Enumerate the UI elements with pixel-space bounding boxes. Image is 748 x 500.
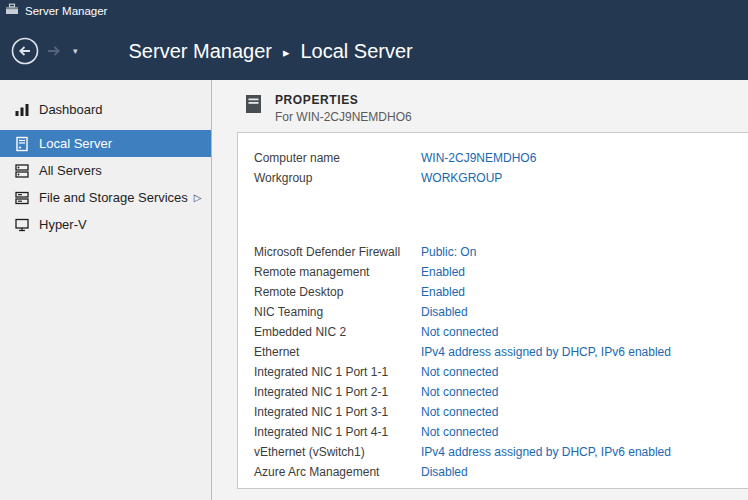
properties-rows-group1: Computer nameWIN-2CJ9NEMDHO6WorkgroupWOR…	[254, 148, 748, 188]
sidebar-item-label: Dashboard	[39, 102, 103, 117]
properties-rows-group2: Microsoft Defender FirewallPublic: OnRem…	[254, 242, 748, 482]
sidebar-item-local-server[interactable]: Local Server	[0, 130, 211, 157]
property-value-link[interactable]: Public: On	[421, 245, 476, 259]
properties-title: PROPERTIES	[275, 93, 412, 107]
property-label: Embedded NIC 2	[254, 325, 421, 339]
body-area: DashboardLocal ServerAll ServersFile and…	[0, 80, 748, 500]
properties-subtitle: For WIN-2CJ9NEMDHO6	[275, 110, 412, 124]
sidebar-item-dashboard[interactable]: Dashboard	[0, 96, 211, 123]
sidebar-item-hyper-v[interactable]: Hyper-V	[0, 211, 211, 238]
expand-arrow-icon[interactable]: ▷	[194, 192, 202, 203]
server-manager-app-icon	[5, 2, 19, 20]
property-label: Integrated NIC 1 Port 3-1	[254, 405, 421, 419]
sidebar-item-file-and-storage-services[interactable]: File and Storage Services▷	[0, 184, 211, 211]
property-row: Microsoft Defender FirewallPublic: On	[254, 242, 748, 262]
breadcrumb-separator: ▸	[283, 45, 290, 60]
property-row: Computer nameWIN-2CJ9NEMDHO6	[254, 148, 748, 168]
property-value-link[interactable]: Not connected	[421, 385, 498, 399]
property-row: Integrated NIC 1 Port 4-1Not connected	[254, 422, 748, 442]
property-label: Integrated NIC 1 Port 1-1	[254, 365, 421, 379]
properties-header: PROPERTIES For WIN-2CJ9NEMDHO6	[212, 80, 748, 124]
property-value-link[interactable]: Not connected	[421, 405, 498, 419]
property-row: Integrated NIC 1 Port 3-1Not connected	[254, 402, 748, 422]
property-row: WorkgroupWORKGROUP	[254, 168, 748, 188]
breadcrumb-root[interactable]: Server Manager	[129, 40, 272, 63]
property-row: Embedded NIC 2Not connected	[254, 322, 748, 342]
nav-controls: ▾	[0, 36, 81, 66]
hyperv-icon	[14, 217, 30, 233]
property-value-link[interactable]: Disabled	[421, 465, 468, 479]
breadcrumb-current[interactable]: Local Server	[300, 40, 412, 63]
file-storage-icon	[14, 190, 30, 206]
property-value-link[interactable]: WIN-2CJ9NEMDHO6	[421, 151, 536, 165]
window-title: Server Manager	[25, 5, 107, 17]
property-row: Remote managementEnabled	[254, 262, 748, 282]
property-label: Microsoft Defender Firewall	[254, 245, 421, 259]
property-label: Workgroup	[254, 171, 421, 185]
property-row: NIC TeamingDisabled	[254, 302, 748, 322]
property-value-link[interactable]: Not connected	[421, 325, 498, 339]
sidebar-item-all-servers[interactable]: All Servers	[0, 157, 211, 184]
properties-panel: Computer nameWIN-2CJ9NEMDHO6WorkgroupWOR…	[237, 132, 748, 489]
navigation-banner: ▾ Server Manager ▸ Local Server	[0, 22, 748, 80]
sidebar-item-label: File and Storage Services	[39, 190, 188, 205]
main-content: PROPERTIES For WIN-2CJ9NEMDHO6 Computer …	[212, 80, 748, 500]
titlebar: Server Manager	[0, 0, 748, 22]
property-label: Azure Arc Management	[254, 465, 421, 479]
breadcrumb: Server Manager ▸ Local Server	[129, 40, 413, 63]
property-value-link[interactable]: Enabled	[421, 265, 465, 279]
property-row: EthernetIPv4 address assigned by DHCP, I…	[254, 342, 748, 362]
property-value-link[interactable]: Enabled	[421, 285, 465, 299]
property-label: vEthernet (vSwitch1)	[254, 445, 421, 459]
property-label: Ethernet	[254, 345, 421, 359]
property-label: NIC Teaming	[254, 305, 421, 319]
chevron-down-icon[interactable]: ▾	[70, 46, 81, 56]
property-row: Azure Arc ManagementDisabled	[254, 462, 748, 482]
property-label: Remote management	[254, 265, 421, 279]
forward-button[interactable]	[43, 36, 67, 66]
property-label: Computer name	[254, 151, 421, 165]
property-row: vEthernet (vSwitch1)IPv4 address assigne…	[254, 442, 748, 462]
sidebar-item-label: Hyper-V	[39, 217, 87, 232]
server-manager-window: Server Manager ▾ Server Manager ▸ Local …	[0, 0, 748, 500]
property-value-link[interactable]: Disabled	[421, 305, 468, 319]
properties-tile-icon	[245, 94, 262, 118]
sidebar: DashboardLocal ServerAll ServersFile and…	[0, 80, 212, 500]
all-servers-icon	[14, 163, 30, 179]
back-button[interactable]	[10, 36, 40, 66]
property-value-link[interactable]: IPv4 address assigned by DHCP, IPv6 enab…	[421, 445, 671, 459]
sidebar-item-label: All Servers	[39, 163, 102, 178]
property-row: Remote DesktopEnabled	[254, 282, 748, 302]
property-value-link[interactable]: Not connected	[421, 425, 498, 439]
property-row: Integrated NIC 1 Port 2-1Not connected	[254, 382, 748, 402]
properties-header-text: PROPERTIES For WIN-2CJ9NEMDHO6	[275, 93, 412, 124]
property-label: Integrated NIC 1 Port 2-1	[254, 385, 421, 399]
property-label: Integrated NIC 1 Port 4-1	[254, 425, 421, 439]
property-value-link[interactable]: Not connected	[421, 365, 498, 379]
property-value-link[interactable]: WORKGROUP	[421, 171, 502, 185]
dashboard-icon	[14, 102, 30, 118]
sidebar-item-label: Local Server	[39, 136, 112, 151]
property-row: Integrated NIC 1 Port 1-1Not connected	[254, 362, 748, 382]
local-server-icon	[14, 136, 30, 152]
property-value-link[interactable]: IPv4 address assigned by DHCP, IPv6 enab…	[421, 345, 671, 359]
property-label: Remote Desktop	[254, 285, 421, 299]
